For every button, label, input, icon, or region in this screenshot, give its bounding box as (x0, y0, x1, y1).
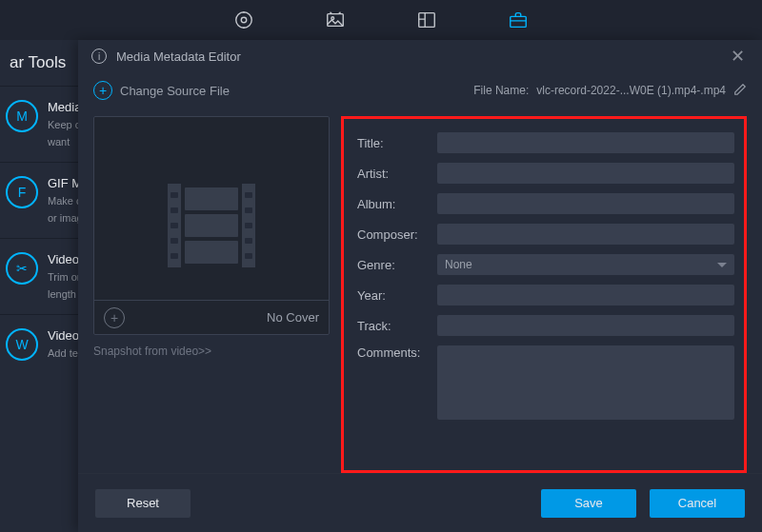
change-source-button[interactable]: + Change Source File (93, 81, 230, 100)
artist-label: Artist: (357, 167, 428, 181)
composer-label: Composer: (357, 227, 428, 242)
save-button[interactable]: Save (541, 489, 636, 518)
album-input[interactable] (437, 193, 734, 214)
media-icon: M (6, 100, 38, 132)
tab-image[interactable] (323, 8, 348, 32)
composer-input[interactable] (437, 224, 734, 245)
album-label: Album: (357, 197, 428, 211)
metadata-editor-modal: i Media Metadata Editor ✕ + Change Sourc… (78, 40, 762, 532)
file-name-label: File Name: (473, 84, 529, 97)
gif-icon: F (6, 176, 38, 208)
plus-icon: + (93, 81, 112, 100)
genre-select[interactable]: None (437, 254, 734, 275)
watermark-icon: W (6, 328, 38, 361)
cancel-button[interactable]: Cancel (650, 489, 745, 518)
close-button[interactable]: ✕ (727, 42, 749, 70)
svg-point-0 (236, 12, 252, 29)
sidebar-item-label: GIF Mak (48, 176, 82, 190)
year-input[interactable] (437, 285, 734, 305)
modal-sub-header: + Change Source File File Name: vlc-reco… (78, 72, 762, 116)
sidebar-item-video-watermark[interactable]: W Video W Add text (0, 314, 88, 374)
tab-toolbox[interactable] (506, 8, 531, 32)
reset-button[interactable]: Reset (95, 489, 190, 518)
sidebar-item-label: Video Tr (48, 252, 82, 266)
track-label: Track: (357, 319, 428, 333)
sidebar-header: ar Tools (0, 40, 88, 86)
cover-column: + No Cover Snapshot from video>> (93, 116, 330, 473)
svg-point-1 (241, 17, 247, 23)
modal-title: Media Metadata Editor (116, 49, 727, 64)
genre-label: Genre: (357, 258, 428, 272)
artist-input[interactable] (437, 163, 734, 184)
year-label: Year: (357, 288, 428, 303)
genre-selected-value: None (445, 258, 472, 271)
track-input[interactable] (437, 315, 734, 336)
comments-label: Comments: (357, 345, 428, 360)
title-label: Title: (357, 136, 428, 150)
modal-footer: Reset Save Cancel (78, 473, 762, 532)
info-icon: i (91, 49, 107, 64)
edit-filename-button[interactable] (733, 83, 747, 99)
tab-player[interactable] (231, 8, 256, 32)
chevron-down-icon (717, 263, 727, 267)
modal-header: i Media Metadata Editor ✕ (78, 40, 762, 72)
metadata-form: Title: Artist: Album: Composer: Genre: N… (341, 116, 747, 473)
film-placeholder-icon (168, 184, 255, 267)
top-tab-bar (0, 0, 762, 40)
trim-icon: ✂ (6, 252, 38, 285)
sidebar-item-label: Video W (48, 328, 82, 343)
tab-layout[interactable] (414, 8, 439, 32)
add-cover-button[interactable]: + (104, 307, 125, 328)
title-input[interactable] (437, 132, 734, 153)
sidebar-item-media-metadata[interactable]: M Media M Keep orig want (0, 86, 88, 162)
sidebar-item-gif-maker[interactable]: F GIF Mak Make cus or image (0, 162, 88, 238)
svg-rect-5 (511, 16, 527, 27)
svg-rect-4 (419, 13, 435, 28)
comments-textarea[interactable] (437, 345, 734, 420)
file-name-value: vlc-record-2022-...W0E (1).mp4-.mp4 (536, 84, 726, 97)
sidebar-item-video-trim[interactable]: ✂ Video Tr Trim or c length (0, 238, 88, 314)
snapshot-from-video-link[interactable]: Snapshot from video>> (93, 345, 330, 358)
sidebar: ar Tools M Media M Keep orig want F GIF … (0, 40, 88, 532)
cover-preview: + No Cover (93, 116, 330, 335)
no-cover-label: No Cover (267, 310, 319, 325)
change-source-label: Change Source File (120, 84, 230, 98)
sidebar-item-label: Media M (48, 100, 82, 114)
